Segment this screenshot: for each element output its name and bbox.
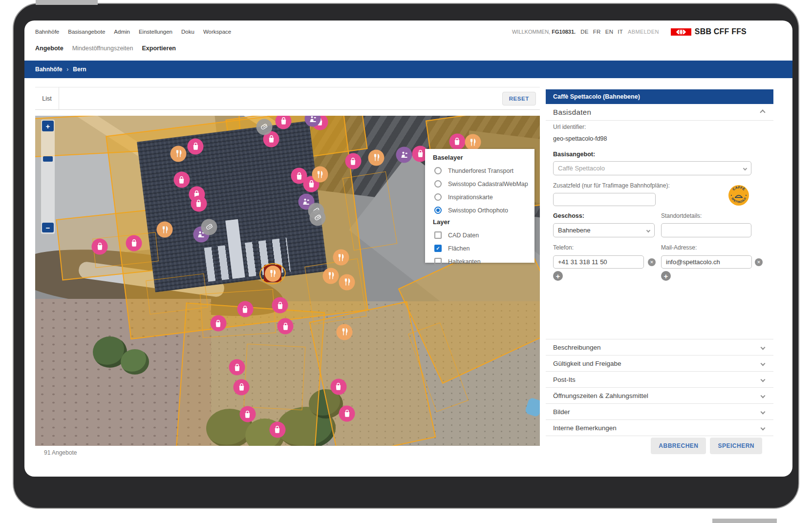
map-marker[interactable] (92, 238, 108, 254)
map-marker[interactable] (337, 324, 353, 340)
top-nav-item[interactable]: Bahnhöfe (35, 29, 59, 35)
selected-map-marker[interactable] (263, 266, 282, 284)
layer-title: Layer (433, 218, 534, 226)
map-marker[interactable] (368, 149, 385, 166)
shopping-bag-icon (275, 300, 285, 310)
map-marker[interactable] (345, 153, 361, 169)
map-marker[interactable] (173, 172, 190, 188)
telefon-input[interactable] (553, 255, 644, 269)
language-option[interactable]: EN (605, 29, 614, 35)
welcome-text: WILLKOMMEN, FG10831. (512, 29, 576, 35)
clear-telefon-icon[interactable]: ✕ (648, 258, 656, 266)
map-marker[interactable] (191, 195, 207, 211)
top-nav-item[interactable]: Basisangebote (68, 29, 105, 35)
baselayer-label: Swisstopo Orthophoto (448, 207, 508, 214)
geschoss-select[interactable]: Bahnebene (553, 223, 655, 237)
map-marker[interactable] (126, 235, 142, 251)
save-button[interactable]: SPEICHERN (710, 438, 762, 454)
section-title: Basisdaten (553, 108, 591, 116)
map-marker[interactable] (201, 219, 217, 235)
map-marker[interactable] (229, 359, 245, 376)
chevron-down-icon (761, 409, 766, 414)
map-marker[interactable] (171, 146, 187, 162)
map-marker[interactable] (312, 167, 328, 183)
logout-link[interactable]: ABMELDEN (628, 29, 659, 35)
baselayer-radio-option[interactable]: Inspirationskarte (433, 190, 534, 204)
top-nav-item[interactable]: Einstellungen (139, 29, 172, 35)
accordion-section[interactable]: Post-Its (546, 372, 773, 388)
map-marker[interactable] (449, 133, 465, 149)
shopping-bag-icon (177, 175, 187, 185)
shopping-bag-icon (194, 199, 204, 209)
zoom-slider-handle[interactable] (43, 156, 53, 162)
layer-label: Haltekanten (448, 258, 481, 265)
map-marker[interactable] (272, 297, 288, 314)
accordion-section[interactable]: Öffnungszeiten & Zahlungsmittel (546, 388, 773, 404)
section-basisdaten[interactable]: Basisdaten (546, 104, 773, 121)
standortdetails-input[interactable] (661, 223, 751, 237)
top-nav-item[interactable]: Admin (114, 29, 130, 35)
language-option[interactable]: DE (580, 29, 589, 35)
station-roof (137, 121, 327, 292)
clear-mail-icon[interactable]: ✕ (755, 258, 763, 266)
sub-nav-item[interactable]: Exportieren (142, 45, 176, 52)
chevron-down-icon (646, 228, 650, 232)
baselayer-radio-option[interactable]: Swisstopo Orthophoto (433, 204, 534, 217)
map-marker[interactable] (396, 146, 412, 163)
mail-input[interactable] (661, 255, 752, 269)
shopping-bag-icon (240, 304, 250, 314)
parcel-outline (304, 258, 366, 325)
accordion-section[interactable]: Bilder (546, 404, 773, 420)
accordion-section[interactable]: Interne Bemerkungen (546, 420, 773, 436)
reset-button[interactable]: RESET (502, 92, 536, 105)
map-marker[interactable] (339, 274, 355, 290)
map-marker[interactable] (157, 222, 173, 238)
language-option[interactable]: IT (618, 29, 623, 35)
layer-checkbox-option[interactable]: CAD Daten (433, 229, 534, 242)
restaurant-icon (340, 327, 349, 337)
cancel-button[interactable]: ABBRECHEN (651, 438, 706, 454)
add-telefon-button[interactable]: + (553, 271, 563, 281)
map-canvas[interactable]: + − Baselayer Thunderforest Transport Sw… (35, 116, 540, 446)
basisangebot-select[interactable]: Caffè Spettacolo (553, 161, 751, 175)
panel-actions: ABBRECHEN SPEICHERN (651, 438, 762, 454)
top-nav-item[interactable]: Doku (181, 29, 194, 35)
map-marker[interactable] (278, 318, 294, 335)
map-marker[interactable] (210, 315, 226, 332)
baselayer-radio-option[interactable]: Thunderforest Transport (433, 164, 534, 177)
baselayer-title: Baselayer (433, 154, 534, 161)
map-marker[interactable] (188, 138, 204, 154)
layer-checkbox-option[interactable]: Haltekanten (433, 255, 534, 268)
map-marker[interactable] (256, 119, 272, 135)
shopping-bag-icon (415, 149, 425, 159)
zusatzfeld-input[interactable] (553, 193, 656, 206)
shopping-bag-icon (348, 156, 358, 166)
checkbox-icon (434, 258, 442, 265)
language-option[interactable]: FR (593, 29, 601, 35)
map-marker[interactable] (239, 406, 256, 422)
tab-list[interactable]: List (35, 87, 59, 109)
map-marker[interactable] (333, 250, 349, 266)
offers-count: 91 Angebote (44, 449, 77, 456)
sub-nav-item[interactable]: Angebote (35, 45, 64, 52)
map-marker[interactable] (310, 209, 326, 226)
map-marker[interactable] (339, 405, 355, 421)
accordion-section[interactable]: Beschreibungen (546, 339, 773, 356)
shopping-bag-icon (278, 116, 288, 126)
map-marker[interactable] (237, 301, 253, 317)
add-mail-button[interactable]: + (661, 271, 671, 281)
map-marker[interactable] (323, 268, 339, 284)
accordion-section[interactable]: Gültigkeit und Freigabe (546, 356, 773, 372)
baselayer-radio-option[interactable]: Swisstopo CadastralWebMap (433, 177, 534, 190)
sub-nav-item[interactable]: Mindestöffnungszeiten (72, 45, 133, 52)
breadcrumb-root[interactable]: Bahnhöfe (35, 66, 62, 73)
map-marker[interactable] (269, 421, 285, 438)
map-marker[interactable] (234, 379, 250, 395)
zoom-out-button[interactable]: − (42, 223, 54, 232)
shopping-bag-icon (334, 382, 343, 392)
map-marker[interactable] (465, 134, 481, 150)
top-nav-item[interactable]: Workspace (203, 29, 231, 35)
zoom-in-button[interactable]: + (42, 121, 54, 131)
map-marker[interactable] (330, 378, 346, 395)
layer-checkbox-option[interactable]: Flächen (433, 242, 534, 255)
